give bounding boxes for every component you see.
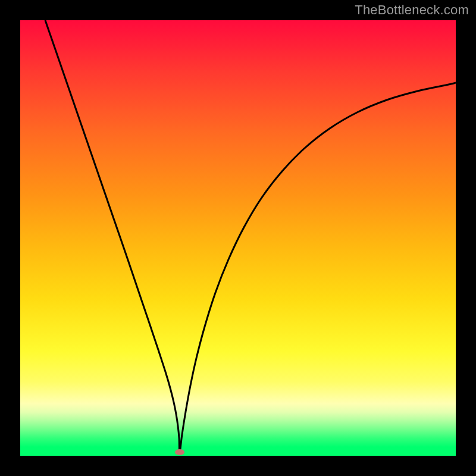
- curve-layer: [20, 20, 456, 456]
- minimum-marker: [175, 449, 184, 455]
- bottleneck-curve: [45, 20, 456, 452]
- watermark-text: TheBottleneck.com: [355, 2, 469, 18]
- plot-area: [20, 20, 456, 456]
- chart-frame: TheBottleneck.com: [0, 0, 476, 476]
